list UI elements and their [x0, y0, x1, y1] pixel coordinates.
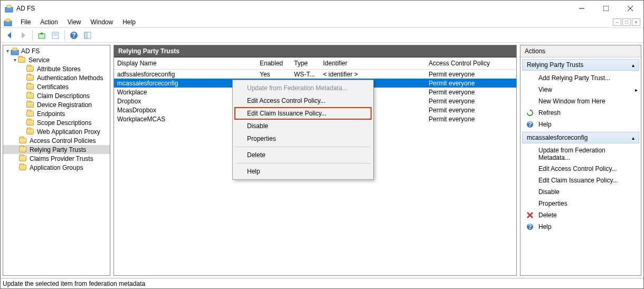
tree-item[interactable]: Certificates	[3, 82, 110, 91]
menu-view[interactable]: View	[63, 17, 86, 27]
action-item[interactable]: Disable	[520, 186, 641, 198]
center-pane-title: Relying Party Trusts	[114, 45, 516, 57]
tree-root[interactable]: ▾AD FS	[3, 46, 110, 55]
tree-item[interactable]: Application Groups	[3, 163, 110, 172]
svg-text:?: ?	[528, 121, 532, 128]
status-bar: Update the selected item from federation…	[1, 278, 643, 288]
help-icon: ?	[526, 120, 534, 129]
list-row[interactable]: adfssalesforceconfig Yes WS-T... < ident…	[114, 70, 516, 79]
action-item[interactable]: View ▸	[520, 84, 641, 95]
context-menu-item[interactable]: Help	[234, 165, 372, 178]
menu-help[interactable]: Help	[118, 17, 140, 27]
svg-text:?: ?	[528, 223, 532, 230]
system-menu-icon[interactable]	[4, 18, 12, 26]
toolbar-separator	[32, 30, 33, 41]
action-item[interactable]: New Window from Here	[520, 95, 641, 107]
context-menu-separator	[235, 147, 371, 147]
context-menu-item[interactable]: Properties	[234, 132, 372, 145]
blank-icon	[526, 176, 534, 185]
submenu-arrow-icon: ▸	[635, 87, 638, 93]
blank-icon	[526, 165, 534, 173]
action-group-selected-item[interactable]: mcassalesforceconfig ▴	[522, 132, 639, 143]
svg-rect-3	[603, 6, 609, 11]
action-group-title: Relying Party Trusts	[527, 61, 583, 69]
action-item[interactable]: Delete	[520, 209, 641, 221]
menubar-close-icon[interactable]: ×	[632, 18, 640, 26]
forward-button[interactable]	[17, 30, 29, 41]
col-enabled[interactable]: Enabled	[257, 57, 291, 69]
blank-icon	[526, 150, 534, 158]
window-controls	[570, 1, 642, 16]
tree-item[interactable]: Device Registration	[3, 100, 110, 109]
collapse-arrow-icon[interactable]: ▴	[632, 135, 634, 141]
context-menu-item[interactable]: Update from Federation Metadata...	[234, 82, 372, 94]
tree-item[interactable]: Web Application Proxy	[3, 127, 110, 136]
svg-rect-7	[6, 19, 10, 22]
show-hide-button[interactable]	[82, 30, 93, 41]
tree-item[interactable]: Access Control Policies	[3, 136, 110, 145]
close-button[interactable]	[618, 1, 642, 16]
col-identifier[interactable]: Identifier	[320, 57, 425, 69]
list-header[interactable]: Display Name Enabled Type Identifier Acc…	[114, 57, 516, 70]
status-text: Update the selected item from federation…	[3, 280, 145, 287]
svg-rect-17	[13, 48, 17, 51]
action-item[interactable]: Update from Federation Metadata...	[520, 145, 641, 163]
action-group-title: mcassalesforceconfig	[527, 134, 588, 141]
menu-action[interactable]: Action	[36, 17, 62, 27]
svg-rect-8	[39, 34, 45, 38]
toolbar-separator	[64, 30, 65, 41]
context-menu: Update from Federation Metadata...Edit A…	[232, 80, 374, 180]
tree-item[interactable]: Attribute Stores	[3, 64, 110, 73]
menubar-restore-icon[interactable]: □	[622, 18, 631, 26]
tree-item[interactable]: Relying Party Trusts	[3, 145, 110, 154]
tree-item[interactable]: Authentication Methods	[3, 73, 110, 82]
svg-rect-15	[84, 32, 87, 38]
center-pane: Relying Party Trusts Display Name Enable…	[113, 45, 517, 276]
action-item[interactable]: ? Help	[520, 119, 641, 130]
menubar-minimize-icon[interactable]: –	[613, 18, 621, 26]
blank-icon	[526, 74, 534, 82]
action-item[interactable]: Properties	[520, 198, 641, 209]
context-menu-item[interactable]: Disable	[234, 120, 372, 132]
menu-window[interactable]: Window	[87, 17, 118, 27]
action-group-relying-party[interactable]: Relying Party Trusts ▴	[522, 59, 639, 71]
tree-item[interactable]: Endpoints	[3, 109, 110, 118]
col-policy[interactable]: Access Control Policy	[425, 57, 516, 69]
menu-bar: File Action View Window Help – □ ×	[1, 16, 643, 28]
title-bar: AD FS	[1, 1, 643, 16]
blank-icon	[526, 85, 534, 94]
tree-item[interactable]: Claim Descriptions	[3, 91, 110, 100]
action-item[interactable]: ? Help	[520, 221, 641, 233]
properties-button[interactable]	[50, 30, 61, 41]
minimize-button[interactable]	[570, 1, 594, 16]
blank-icon	[526, 199, 534, 208]
actions-pane: Actions Relying Party Trusts ▴ Add Relyi…	[520, 45, 641, 276]
action-item[interactable]: Add Relying Party Trust...	[520, 72, 641, 84]
context-menu-item[interactable]: Edit Access Control Policy...	[234, 94, 372, 107]
workspace: ▾AD FS▾ServiceAttribute StoresAuthentica…	[1, 43, 643, 278]
tree-service[interactable]: ▾Service	[3, 55, 110, 64]
window-title: AD FS	[16, 5, 570, 12]
up-button[interactable]	[36, 30, 48, 41]
action-item[interactable]: Refresh	[520, 107, 641, 119]
back-button[interactable]	[4, 30, 15, 41]
help-button[interactable]: ?	[68, 30, 80, 41]
tree-item[interactable]: Claims Provider Trusts	[3, 154, 110, 163]
maximize-button[interactable]	[594, 1, 618, 16]
action-item[interactable]: Edit Access Control Policy...	[520, 163, 641, 175]
context-menu-item[interactable]: Edit Claim Issuance Policy...	[234, 107, 372, 120]
app-icon	[5, 4, 13, 13]
delete-icon	[526, 211, 534, 219]
action-item[interactable]: Edit Claim Issuance Policy...	[520, 175, 641, 186]
context-menu-item[interactable]: Delete	[234, 149, 372, 161]
collapse-arrow-icon[interactable]: ▴	[632, 62, 634, 68]
tree-item[interactable]: Scope Descriptions	[3, 118, 110, 127]
col-type[interactable]: Type	[291, 57, 320, 69]
help-icon: ?	[526, 223, 534, 231]
col-display-name[interactable]: Display Name	[114, 57, 257, 69]
menu-file[interactable]: File	[16, 17, 35, 27]
blank-icon	[526, 97, 534, 105]
tree-pane[interactable]: ▾AD FS▾ServiceAttribute StoresAuthentica…	[3, 45, 110, 276]
svg-text:?: ?	[72, 32, 75, 39]
svg-rect-1	[7, 5, 11, 8]
